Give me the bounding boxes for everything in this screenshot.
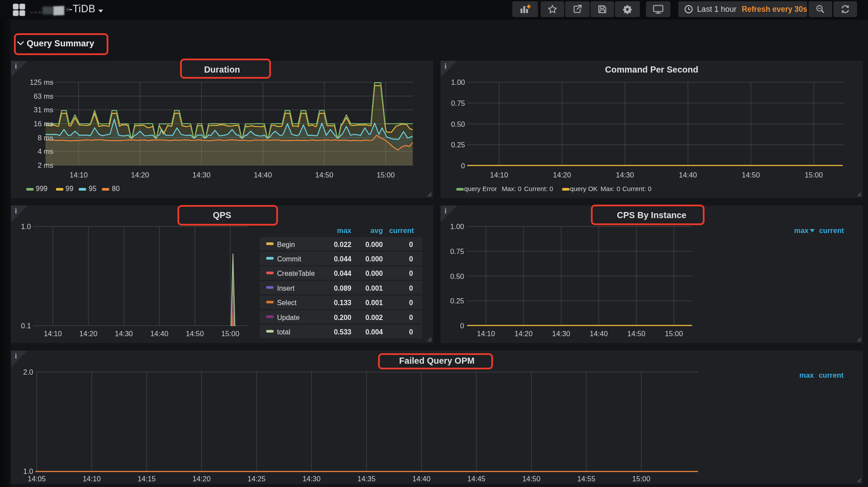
svg-text:0: 0 (409, 241, 413, 248)
svg-text:63 ms: 63 ms (34, 92, 53, 100)
svg-text:14:40: 14:40 (413, 475, 431, 483)
svg-text:14:05: 14:05 (28, 475, 45, 483)
svg-text:99: 99 (66, 185, 73, 192)
svg-text:14:35: 14:35 (358, 475, 375, 483)
svg-text:14:20: 14:20 (553, 171, 571, 179)
svg-text:Max: 0: Max: 0 (601, 185, 620, 192)
svg-text:0: 0 (409, 285, 413, 292)
svg-text:max: max (799, 371, 814, 379)
svg-text:14:30: 14:30 (616, 171, 634, 179)
svg-text:14:50: 14:50 (315, 171, 333, 179)
svg-text:0.004: 0.004 (365, 328, 383, 336)
svg-text:95: 95 (89, 185, 97, 192)
svg-text:14:10: 14:10 (83, 475, 101, 483)
svg-text:14:20: 14:20 (80, 330, 97, 337)
svg-text:14:40: 14:40 (590, 330, 608, 337)
svg-text:31 ms: 31 ms (34, 106, 53, 114)
svg-text:15:00: 15:00 (665, 330, 683, 337)
svg-text:0.022: 0.022 (334, 241, 351, 248)
svg-text:1.0: 1.0 (23, 467, 33, 475)
svg-text:0.001: 0.001 (365, 299, 383, 306)
svg-text:0.133: 0.133 (334, 299, 351, 306)
svg-text:Commit: Commit (277, 255, 302, 263)
svg-text:max: max (337, 226, 352, 234)
svg-text:0.001: 0.001 (365, 285, 383, 292)
svg-text:14:40: 14:40 (254, 171, 272, 179)
svg-text:15:00: 15:00 (805, 171, 823, 179)
svg-text:0.50: 0.50 (451, 120, 465, 128)
svg-text:0.533: 0.533 (334, 328, 351, 336)
svg-text:14:25: 14:25 (247, 475, 265, 483)
svg-text:0.25: 0.25 (450, 297, 464, 305)
svg-text:0: 0 (409, 270, 413, 277)
svg-text:14:50: 14:50 (186, 330, 204, 337)
svg-text:0.000: 0.000 (365, 270, 383, 277)
svg-text:total: total (277, 328, 290, 336)
svg-text:1.00: 1.00 (450, 223, 464, 230)
svg-text:14:50: 14:50 (522, 475, 540, 483)
svg-text:0: 0 (409, 255, 413, 263)
svg-text:14:40: 14:40 (150, 330, 168, 337)
svg-text:Current: 0: Current: 0 (622, 185, 652, 192)
svg-text:Begin: Begin (277, 241, 295, 248)
svg-text:14:30: 14:30 (115, 330, 133, 337)
svg-text:14:55: 14:55 (577, 475, 595, 483)
svg-text:avg: avg (371, 226, 383, 234)
svg-text:80: 80 (112, 185, 120, 192)
svg-text:max: max (794, 226, 809, 234)
svg-text:0: 0 (409, 314, 413, 321)
svg-text:0.75: 0.75 (450, 247, 464, 255)
svg-text:125 ms: 125 ms (30, 78, 53, 86)
svg-text:0.000: 0.000 (365, 241, 383, 248)
svg-text:14:20: 14:20 (514, 330, 532, 337)
svg-text:query OK: query OK (570, 185, 597, 192)
svg-text:1.0: 1.0 (21, 223, 31, 230)
svg-text:14:45: 14:45 (467, 475, 485, 483)
svg-text:14:10: 14:10 (490, 171, 508, 179)
svg-text:15:00: 15:00 (377, 171, 395, 179)
svg-text:14:30: 14:30 (552, 330, 570, 337)
svg-text:0.044: 0.044 (334, 270, 351, 277)
svg-text:current: current (389, 226, 414, 234)
svg-text:14:15: 14:15 (138, 475, 156, 483)
svg-text:Select: Select (277, 299, 297, 306)
svg-text:0.089: 0.089 (334, 285, 351, 292)
svg-text:14:40: 14:40 (679, 171, 697, 179)
svg-text:query Error: query Error (464, 185, 497, 192)
svg-text:14:10: 14:10 (477, 330, 495, 337)
svg-text:0.002: 0.002 (365, 314, 383, 321)
svg-text:Update: Update (277, 314, 300, 321)
svg-text:14:30: 14:30 (192, 171, 210, 179)
svg-text:14:10: 14:10 (69, 171, 87, 179)
svg-text:14:20: 14:20 (131, 171, 149, 179)
svg-text:Max: 0: Max: 0 (502, 185, 521, 192)
svg-text:0.044: 0.044 (334, 255, 351, 263)
svg-text:999: 999 (36, 185, 48, 192)
svg-text:2 ms: 2 ms (38, 161, 53, 169)
svg-text:current: current (819, 226, 844, 234)
svg-text:16 ms: 16 ms (34, 120, 53, 128)
svg-text:0: 0 (460, 322, 464, 330)
svg-text:0.000: 0.000 (365, 255, 383, 263)
svg-text:CreateTable: CreateTable (277, 270, 315, 277)
svg-text:Current: 0: Current: 0 (524, 185, 553, 192)
svg-text:2.0: 2.0 (23, 368, 33, 376)
svg-text:Insert: Insert (277, 285, 295, 292)
svg-text:0.50: 0.50 (450, 272, 464, 280)
svg-text:14:50: 14:50 (742, 171, 760, 179)
svg-text:0.75: 0.75 (451, 99, 465, 107)
svg-text:0.25: 0.25 (451, 141, 465, 149)
svg-text:14:10: 14:10 (44, 330, 62, 337)
svg-text:current: current (819, 371, 844, 379)
svg-text:15:00: 15:00 (632, 475, 650, 483)
svg-text:14:50: 14:50 (627, 330, 645, 337)
svg-text:4 ms: 4 ms (38, 147, 53, 155)
svg-text:14:30: 14:30 (302, 475, 320, 483)
svg-text:0: 0 (409, 328, 413, 336)
svg-text:14:20: 14:20 (193, 475, 211, 483)
svg-text:0.1: 0.1 (21, 322, 31, 330)
svg-text:0.200: 0.200 (334, 314, 351, 321)
svg-text:8 ms: 8 ms (38, 134, 53, 142)
svg-text:15:00: 15:00 (221, 330, 239, 337)
svg-text:0: 0 (409, 299, 413, 306)
